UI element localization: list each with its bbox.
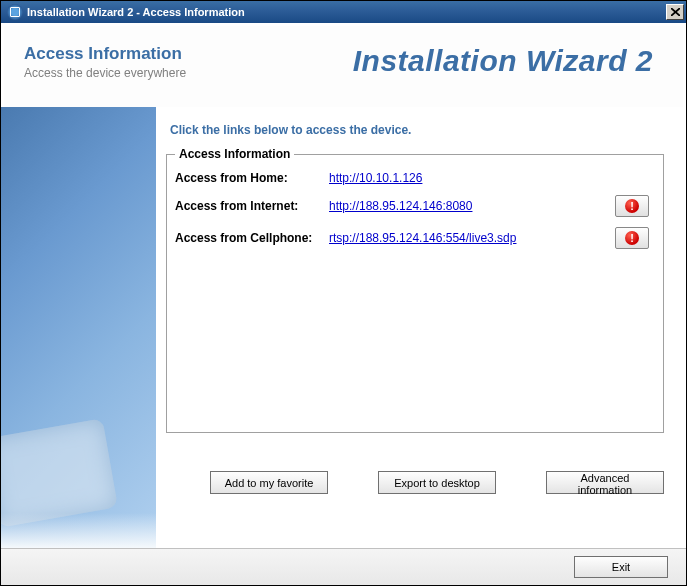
instruction-text: Click the links below to access the devi…: [166, 117, 664, 147]
access-link-cellphone[interactable]: rtsp://188.95.124.146:554/live3.sdp: [329, 231, 611, 245]
advanced-info-button[interactable]: Advanced information: [546, 471, 664, 494]
access-label-internet: Access from Internet:: [175, 199, 325, 213]
action-button-row: Add to my favorite Export to desktop Adv…: [166, 471, 664, 494]
titlebar: Installation Wizard 2 - Access Informati…: [1, 1, 686, 23]
page-subtitle: Access the device everywhere: [24, 66, 186, 80]
alert-button-internet[interactable]: !: [615, 195, 649, 217]
brand-title: Installation Wizard 2: [353, 34, 663, 78]
group-legend: Access Information: [175, 147, 294, 161]
alert-icon: !: [625, 231, 639, 245]
footer-bar: Exit: [1, 548, 686, 585]
alert-button-cellphone[interactable]: !: [615, 227, 649, 249]
window-title: Installation Wizard 2 - Access Informati…: [27, 6, 666, 18]
access-link-home[interactable]: http://10.10.1.126: [329, 171, 611, 185]
close-button[interactable]: [666, 4, 684, 20]
close-icon: [671, 8, 680, 16]
access-label-home: Access from Home:: [175, 171, 325, 185]
access-information-group: Access Information Access from Home: htt…: [166, 147, 664, 433]
exit-button[interactable]: Exit: [574, 556, 668, 578]
page-title: Access Information: [24, 44, 186, 64]
header: Access Information Access the device eve…: [1, 23, 686, 107]
sidebar-image: [1, 107, 156, 548]
add-favorite-button[interactable]: Add to my favorite: [210, 471, 328, 494]
app-icon: [7, 4, 23, 20]
alert-icon: !: [625, 199, 639, 213]
export-desktop-button[interactable]: Export to desktop: [378, 471, 496, 494]
access-link-internet[interactable]: http://188.95.124.146:8080: [329, 199, 611, 213]
access-label-cellphone: Access from Cellphone:: [175, 231, 325, 245]
